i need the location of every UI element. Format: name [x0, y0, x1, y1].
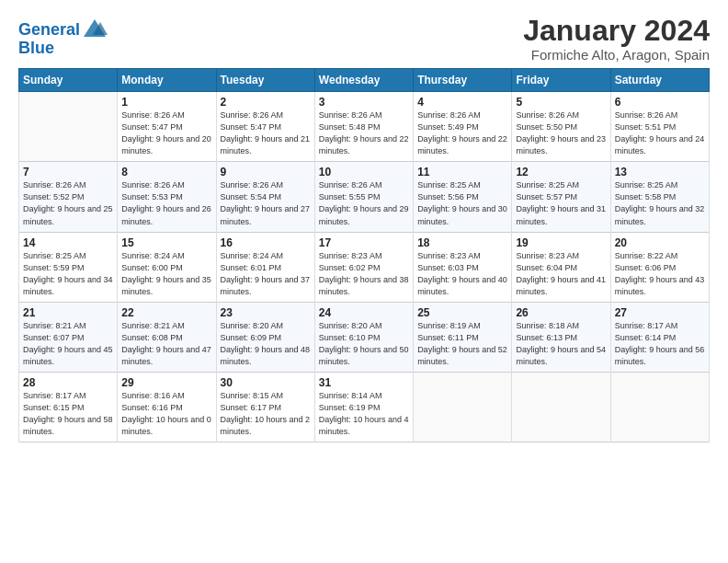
day-cell: 30Sunrise: 8:15 AMSunset: 6:17 PMDayligh…: [216, 372, 314, 442]
week-row-2: 7Sunrise: 8:26 AMSunset: 5:52 PMDaylight…: [19, 162, 710, 232]
week-row-5: 28Sunrise: 8:17 AMSunset: 6:15 PMDayligh…: [19, 372, 710, 442]
day-number: 3: [319, 96, 409, 109]
day-cell: 31Sunrise: 8:14 AMSunset: 6:19 PMDayligh…: [314, 372, 413, 442]
day-cell: [19, 92, 118, 162]
day-cell: 27Sunrise: 8:17 AMSunset: 6:14 PMDayligh…: [610, 302, 709, 372]
col-header-wednesday: Wednesday: [314, 69, 413, 92]
col-header-friday: Friday: [512, 69, 610, 92]
day-cell: 9Sunrise: 8:26 AMSunset: 5:54 PMDaylight…: [216, 162, 314, 232]
day-cell: [414, 372, 512, 442]
day-detail: Sunrise: 8:21 AMSunset: 6:07 PMDaylight:…: [23, 320, 113, 368]
day-cell: 13Sunrise: 8:25 AMSunset: 5:58 PMDayligh…: [610, 162, 709, 232]
day-number: 4: [417, 96, 507, 109]
day-cell: 8Sunrise: 8:26 AMSunset: 5:53 PMDaylight…: [118, 162, 216, 232]
day-detail: Sunrise: 8:23 AMSunset: 6:04 PMDaylight:…: [516, 250, 606, 298]
day-detail: Sunrise: 8:15 AMSunset: 6:17 PMDaylight:…: [221, 390, 311, 438]
page: General Blue January 2024 Formiche Alto,…: [0, 0, 728, 563]
day-detail: Sunrise: 8:25 AMSunset: 5:56 PMDaylight:…: [417, 179, 507, 227]
day-detail: Sunrise: 8:20 AMSunset: 6:09 PMDaylight:…: [221, 320, 311, 368]
day-detail: Sunrise: 8:26 AMSunset: 5:52 PMDaylight:…: [23, 179, 113, 227]
day-cell: 20Sunrise: 8:22 AMSunset: 6:06 PMDayligh…: [610, 232, 709, 302]
day-detail: Sunrise: 8:19 AMSunset: 6:11 PMDaylight:…: [417, 320, 507, 368]
day-detail: Sunrise: 8:23 AMSunset: 6:02 PMDaylight:…: [319, 250, 409, 298]
day-detail: Sunrise: 8:25 AMSunset: 5:59 PMDaylight:…: [23, 250, 113, 298]
day-detail: Sunrise: 8:26 AMSunset: 5:54 PMDaylight:…: [221, 179, 311, 227]
day-cell: 14Sunrise: 8:25 AMSunset: 5:59 PMDayligh…: [19, 232, 118, 302]
day-number: 27: [615, 306, 705, 319]
day-detail: Sunrise: 8:26 AMSunset: 5:50 PMDaylight:…: [516, 109, 606, 157]
day-number: 2: [221, 96, 311, 109]
day-number: 24: [319, 306, 409, 319]
day-number: 6: [615, 96, 705, 109]
day-detail: Sunrise: 8:21 AMSunset: 6:08 PMDaylight:…: [121, 320, 211, 368]
col-header-tuesday: Tuesday: [216, 69, 314, 92]
day-number: 20: [615, 236, 705, 249]
day-cell: 28Sunrise: 8:17 AMSunset: 6:15 PMDayligh…: [19, 372, 118, 442]
day-detail: Sunrise: 8:20 AMSunset: 6:10 PMDaylight:…: [319, 320, 409, 368]
day-number: 21: [23, 306, 113, 319]
day-number: 28: [23, 376, 113, 389]
day-cell: [512, 372, 610, 442]
day-number: 26: [516, 306, 606, 319]
day-number: 12: [516, 166, 606, 178]
day-number: 31: [319, 376, 409, 389]
day-cell: 1Sunrise: 8:26 AMSunset: 5:47 PMDaylight…: [118, 92, 216, 162]
day-detail: Sunrise: 8:25 AMSunset: 5:58 PMDaylight:…: [615, 179, 705, 227]
day-cell: 11Sunrise: 8:25 AMSunset: 5:56 PMDayligh…: [414, 162, 512, 232]
day-number: 10: [319, 166, 409, 178]
day-cell: 15Sunrise: 8:24 AMSunset: 6:00 PMDayligh…: [118, 232, 216, 302]
day-number: 18: [417, 236, 507, 249]
day-number: 29: [121, 376, 211, 389]
day-number: 13: [615, 166, 705, 178]
day-cell: 21Sunrise: 8:21 AMSunset: 6:07 PMDayligh…: [19, 302, 118, 372]
week-row-4: 21Sunrise: 8:21 AMSunset: 6:07 PMDayligh…: [19, 302, 710, 372]
month-title: January 2024: [523, 15, 710, 47]
day-cell: 4Sunrise: 8:26 AMSunset: 5:49 PMDaylight…: [414, 92, 512, 162]
day-number: 17: [319, 236, 409, 249]
day-detail: Sunrise: 8:17 AMSunset: 6:14 PMDaylight:…: [615, 320, 705, 368]
day-detail: Sunrise: 8:24 AMSunset: 6:00 PMDaylight:…: [121, 250, 211, 298]
day-cell: 16Sunrise: 8:24 AMSunset: 6:01 PMDayligh…: [216, 232, 314, 302]
day-number: 8: [121, 166, 211, 178]
day-cell: 2Sunrise: 8:26 AMSunset: 5:47 PMDaylight…: [216, 92, 314, 162]
week-row-1: 1Sunrise: 8:26 AMSunset: 5:47 PMDaylight…: [19, 92, 710, 162]
day-cell: 26Sunrise: 8:18 AMSunset: 6:13 PMDayligh…: [512, 302, 610, 372]
day-cell: 3Sunrise: 8:26 AMSunset: 5:48 PMDaylight…: [314, 92, 413, 162]
day-cell: 5Sunrise: 8:26 AMSunset: 5:50 PMDaylight…: [512, 92, 610, 162]
day-number: 15: [121, 236, 211, 249]
day-detail: Sunrise: 8:24 AMSunset: 6:01 PMDaylight:…: [221, 250, 311, 298]
col-header-saturday: Saturday: [610, 69, 709, 92]
day-cell: 25Sunrise: 8:19 AMSunset: 6:11 PMDayligh…: [414, 302, 512, 372]
day-number: 16: [221, 236, 311, 249]
day-number: 11: [417, 166, 507, 178]
day-number: 14: [23, 236, 113, 249]
day-detail: Sunrise: 8:22 AMSunset: 6:06 PMDaylight:…: [615, 250, 705, 298]
day-cell: 24Sunrise: 8:20 AMSunset: 6:10 PMDayligh…: [314, 302, 413, 372]
day-detail: Sunrise: 8:26 AMSunset: 5:49 PMDaylight:…: [417, 109, 507, 157]
day-number: 23: [221, 306, 311, 319]
location-title: Formiche Alto, Aragon, Spain: [523, 47, 710, 63]
logo: General Blue: [18, 18, 108, 58]
day-detail: Sunrise: 8:17 AMSunset: 6:15 PMDaylight:…: [23, 390, 113, 438]
header: General Blue January 2024 Formiche Alto,…: [18, 15, 710, 63]
col-header-sunday: Sunday: [19, 69, 118, 92]
day-number: 19: [516, 236, 606, 249]
day-detail: Sunrise: 8:18 AMSunset: 6:13 PMDaylight:…: [516, 320, 606, 368]
day-cell: 10Sunrise: 8:26 AMSunset: 5:55 PMDayligh…: [314, 162, 413, 232]
day-detail: Sunrise: 8:25 AMSunset: 5:57 PMDaylight:…: [516, 179, 606, 227]
col-header-monday: Monday: [118, 69, 216, 92]
day-detail: Sunrise: 8:26 AMSunset: 5:48 PMDaylight:…: [319, 109, 409, 157]
day-number: 7: [23, 166, 113, 178]
day-cell: 22Sunrise: 8:21 AMSunset: 6:08 PMDayligh…: [118, 302, 216, 372]
day-detail: Sunrise: 8:26 AMSunset: 5:53 PMDaylight:…: [121, 179, 211, 227]
logo-icon: [82, 17, 108, 42]
header-row: SundayMondayTuesdayWednesdayThursdayFrid…: [19, 69, 710, 92]
day-number: 22: [121, 306, 211, 319]
title-block: January 2024 Formiche Alto, Aragon, Spai…: [523, 15, 710, 63]
day-cell: 23Sunrise: 8:20 AMSunset: 6:09 PMDayligh…: [216, 302, 314, 372]
day-cell: 7Sunrise: 8:26 AMSunset: 5:52 PMDaylight…: [19, 162, 118, 232]
day-number: 1: [121, 96, 211, 109]
day-cell: 29Sunrise: 8:16 AMSunset: 6:16 PMDayligh…: [118, 372, 216, 442]
day-detail: Sunrise: 8:16 AMSunset: 6:16 PMDaylight:…: [121, 390, 211, 438]
week-row-3: 14Sunrise: 8:25 AMSunset: 5:59 PMDayligh…: [19, 232, 710, 302]
